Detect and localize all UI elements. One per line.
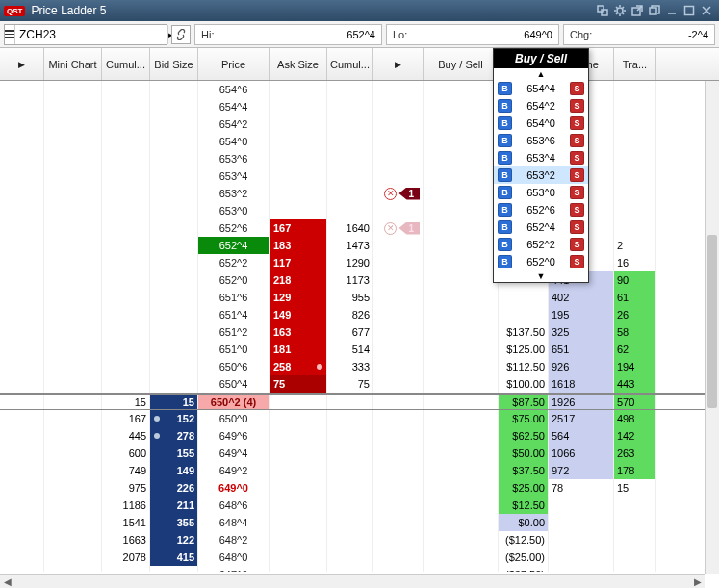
sell-button[interactable]: S <box>570 116 584 130</box>
cancel-order-icon[interactable]: ✕ <box>384 188 397 200</box>
col-ask-size[interactable]: Ask Size <box>270 48 327 80</box>
col-trades[interactable]: Tra... <box>614 48 656 80</box>
buy-sell-cell[interactable] <box>424 341 499 358</box>
buy-button[interactable]: B <box>498 238 512 251</box>
row-expand-left[interactable] <box>0 479 44 497</box>
col-mini-chart[interactable]: Mini Chart <box>44 48 102 80</box>
buy-sell-cell[interactable] <box>424 81 499 98</box>
ask-size-cell[interactable]: 75 <box>270 375 327 393</box>
price-cell[interactable]: 647^6 <box>198 566 270 572</box>
price-cell[interactable]: 649^0 <box>198 479 270 497</box>
buy-button[interactable]: B <box>498 116 512 130</box>
price-cell[interactable]: 650^2 (4) <box>198 395 270 409</box>
order-count-flag[interactable]: 1 <box>398 188 420 200</box>
bs-scroll-up[interactable]: ▲ <box>494 68 588 80</box>
buy-sell-cell[interactable] <box>424 289 499 306</box>
price-cell[interactable]: 649^4 <box>198 445 270 462</box>
price-cell[interactable]: 651^6 <box>198 289 270 306</box>
buy-sell-cell[interactable] <box>424 395 499 409</box>
buy-button[interactable]: B <box>498 220 512 234</box>
price-cell[interactable]: 653^6 <box>198 150 270 167</box>
buy-sell-cell[interactable] <box>424 150 499 167</box>
price-cell[interactable]: 653^0 <box>198 202 270 219</box>
ask-size-cell[interactable]: 117 <box>270 254 327 271</box>
row-expand-left[interactable] <box>0 341 44 358</box>
ask-size-cell[interactable]: 129 <box>270 289 327 306</box>
price-cell[interactable]: 649^2 <box>198 462 270 479</box>
row-expand-left[interactable] <box>0 98 44 115</box>
bid-size-cell[interactable]: 15 <box>150 395 198 409</box>
bid-size-cell[interactable]: 355 <box>150 514 198 531</box>
ask-size-cell[interactable]: 258 <box>270 358 327 375</box>
row-expand-left[interactable] <box>0 462 44 479</box>
ask-size-cell[interactable]: 167 <box>270 219 327 237</box>
popout-icon[interactable] <box>629 3 646 18</box>
bid-size-cell[interactable]: 152 <box>150 410 198 427</box>
horizontal-scrollbar[interactable]: ◀ ▶ <box>0 574 705 588</box>
hscroll-right[interactable]: ▶ <box>690 576 705 587</box>
row-expand-left[interactable] <box>0 410 44 427</box>
price-cell[interactable]: 652^4 <box>198 237 270 254</box>
price-cell[interactable]: 648^4 <box>198 514 270 531</box>
buy-button[interactable]: B <box>498 203 512 217</box>
ask-size-cell[interactable]: 183 <box>270 237 327 254</box>
price-cell[interactable]: 653^4 <box>198 167 270 185</box>
bid-size-cell[interactable]: 155 <box>150 445 198 462</box>
buy-sell-cell[interactable] <box>424 410 499 427</box>
row-expand-left[interactable] <box>0 219 44 237</box>
row-expand-left[interactable] <box>0 167 44 185</box>
buy-sell-cell[interactable] <box>424 185 499 202</box>
restore-icon[interactable] <box>646 3 663 18</box>
bid-size-cell[interactable]: 149 <box>150 462 198 479</box>
buy-sell-cell[interactable] <box>424 462 499 479</box>
bid-size-cell[interactable]: 415 <box>150 549 198 566</box>
bs-scroll-down[interactable]: ▼ <box>494 270 588 282</box>
col-expand-left[interactable]: ▶ <box>0 48 44 80</box>
row-expand-left[interactable] <box>0 289 44 306</box>
buy-sell-cell[interactable] <box>424 375 499 393</box>
bid-size-cell[interactable]: 226 <box>150 479 198 497</box>
row-expand-left[interactable] <box>0 445 44 462</box>
price-cell[interactable]: 653^2 <box>198 185 270 202</box>
row-expand-left[interactable] <box>0 185 44 202</box>
row-expand-left[interactable] <box>0 133 44 150</box>
ask-size-cell[interactable]: 181 <box>270 341 327 358</box>
row-expand-left[interactable] <box>0 306 44 323</box>
price-cell[interactable]: 648^6 <box>198 497 270 514</box>
vertical-scrollbar[interactable] <box>705 81 719 574</box>
gear-icon[interactable] <box>611 3 629 18</box>
row-expand-left[interactable] <box>0 271 44 289</box>
close-icon[interactable] <box>698 3 715 18</box>
buy-sell-cell[interactable] <box>424 306 499 323</box>
buy-button[interactable]: B <box>498 99 512 113</box>
minimize-icon[interactable] <box>663 3 680 18</box>
ask-size-cell[interactable]: 149 <box>270 306 327 323</box>
buy-sell-cell[interactable] <box>424 497 499 514</box>
cancel-order-icon[interactable]: ✕ <box>384 222 397 235</box>
buy-sell-cell[interactable] <box>424 202 499 219</box>
row-expand-left[interactable] <box>0 497 44 514</box>
buy-button[interactable]: B <box>498 82 512 95</box>
bid-size-cell[interactable]: 122 <box>150 531 198 549</box>
buy-sell-cell[interactable] <box>424 167 499 185</box>
buy-button[interactable]: B <box>498 151 512 165</box>
col-expand-right[interactable]: ▶ <box>373 48 424 80</box>
sell-button[interactable]: S <box>570 220 584 234</box>
price-cell[interactable]: 648^2 <box>198 531 270 549</box>
price-cell[interactable]: 654^2 <box>198 115 270 133</box>
col-bid-size[interactable]: Bid Size <box>150 48 198 80</box>
buy-sell-cell[interactable] <box>424 254 499 271</box>
ask-size-cell[interactable]: 218 <box>270 271 327 289</box>
buy-sell-cell[interactable] <box>424 115 499 133</box>
row-expand-left[interactable] <box>0 202 44 219</box>
sell-button[interactable]: S <box>570 99 584 113</box>
buy-button[interactable]: B <box>498 168 512 182</box>
row-expand-left[interactable] <box>0 427 44 445</box>
symbol-input[interactable] <box>15 28 167 41</box>
row-expand-left[interactable] <box>0 237 44 254</box>
price-cell[interactable]: 652^0 <box>198 271 270 289</box>
buy-sell-cell[interactable] <box>424 237 499 254</box>
price-cell[interactable]: 650^4 <box>198 375 270 393</box>
buy-sell-cell[interactable] <box>424 479 499 497</box>
row-expand-left[interactable] <box>0 358 44 375</box>
